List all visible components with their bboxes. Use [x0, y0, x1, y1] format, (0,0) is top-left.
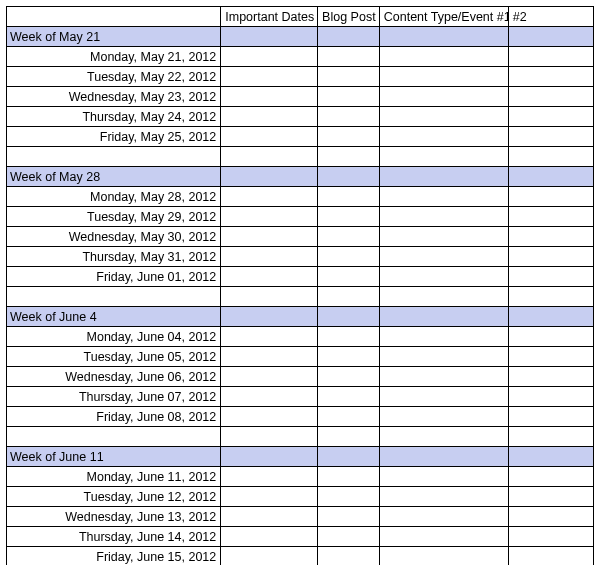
- date-cell[interactable]: [508, 207, 593, 227]
- date-row: Tuesday, May 22, 2012: [7, 67, 594, 87]
- spacer-cell: [379, 287, 508, 307]
- date-cell[interactable]: [221, 187, 318, 207]
- date-cell[interactable]: [221, 347, 318, 367]
- date-cell[interactable]: [221, 367, 318, 387]
- date-cell[interactable]: [221, 107, 318, 127]
- date-cell[interactable]: [508, 247, 593, 267]
- date-cell[interactable]: [318, 547, 380, 566]
- date-cell[interactable]: [318, 107, 380, 127]
- date-cell[interactable]: [221, 327, 318, 347]
- date-cell[interactable]: [318, 407, 380, 427]
- date-row: Monday, June 04, 2012: [7, 327, 594, 347]
- week-cell: [508, 27, 593, 47]
- date-cell[interactable]: [221, 127, 318, 147]
- date-row: Tuesday, June 05, 2012: [7, 347, 594, 367]
- date-cell[interactable]: [508, 47, 593, 67]
- date-cell[interactable]: [379, 507, 508, 527]
- week-title: Week of May 21: [7, 27, 221, 47]
- date-cell[interactable]: [221, 407, 318, 427]
- date-cell[interactable]: [508, 187, 593, 207]
- date-cell[interactable]: [318, 347, 380, 367]
- date-cell[interactable]: [318, 207, 380, 227]
- date-cell[interactable]: [508, 347, 593, 367]
- date-cell[interactable]: [318, 467, 380, 487]
- date-cell[interactable]: [221, 467, 318, 487]
- date-cell[interactable]: [379, 187, 508, 207]
- date-cell[interactable]: [318, 507, 380, 527]
- date-cell[interactable]: [379, 347, 508, 367]
- date-cell[interactable]: [379, 527, 508, 547]
- spacer-cell: [508, 147, 593, 167]
- date-cell[interactable]: [318, 247, 380, 267]
- date-cell[interactable]: [221, 67, 318, 87]
- date-cell[interactable]: [318, 327, 380, 347]
- date-cell[interactable]: [508, 507, 593, 527]
- date-cell[interactable]: [318, 47, 380, 67]
- date-cell[interactable]: [318, 267, 380, 287]
- date-cell[interactable]: [221, 507, 318, 527]
- date-cell[interactable]: [221, 47, 318, 67]
- date-cell[interactable]: [508, 127, 593, 147]
- date-cell[interactable]: [508, 387, 593, 407]
- date-cell[interactable]: [221, 387, 318, 407]
- date-cell[interactable]: [379, 267, 508, 287]
- date-cell[interactable]: [379, 67, 508, 87]
- date-cell[interactable]: [508, 467, 593, 487]
- date-cell[interactable]: [508, 367, 593, 387]
- date-label: Wednesday, May 23, 2012: [7, 87, 221, 107]
- date-cell[interactable]: [508, 67, 593, 87]
- date-cell[interactable]: [379, 87, 508, 107]
- date-cell[interactable]: [508, 87, 593, 107]
- date-cell[interactable]: [379, 47, 508, 67]
- date-cell[interactable]: [379, 207, 508, 227]
- date-cell[interactable]: [379, 407, 508, 427]
- date-cell[interactable]: [318, 227, 380, 247]
- date-cell[interactable]: [379, 467, 508, 487]
- date-cell[interactable]: [508, 527, 593, 547]
- date-cell[interactable]: [318, 187, 380, 207]
- date-cell[interactable]: [221, 547, 318, 566]
- date-cell[interactable]: [508, 227, 593, 247]
- date-cell[interactable]: [379, 127, 508, 147]
- date-cell[interactable]: [379, 367, 508, 387]
- date-cell[interactable]: [508, 107, 593, 127]
- spacer-row: [7, 427, 594, 447]
- spacer-row: [7, 287, 594, 307]
- date-cell[interactable]: [379, 547, 508, 566]
- date-cell[interactable]: [508, 327, 593, 347]
- date-cell[interactable]: [379, 327, 508, 347]
- date-cell[interactable]: [221, 247, 318, 267]
- date-cell[interactable]: [379, 487, 508, 507]
- date-cell[interactable]: [318, 127, 380, 147]
- spacer-cell: [221, 287, 318, 307]
- date-cell[interactable]: [318, 87, 380, 107]
- date-cell[interactable]: [318, 387, 380, 407]
- date-cell[interactable]: [221, 207, 318, 227]
- week-cell: [379, 447, 508, 467]
- date-cell[interactable]: [221, 227, 318, 247]
- date-cell[interactable]: [379, 107, 508, 127]
- spacer-cell: [508, 287, 593, 307]
- date-cell[interactable]: [221, 267, 318, 287]
- week-cell: [508, 447, 593, 467]
- date-cell[interactable]: [221, 87, 318, 107]
- date-cell[interactable]: [379, 227, 508, 247]
- header-number-2: #2: [508, 7, 593, 27]
- date-cell[interactable]: [508, 407, 593, 427]
- date-cell[interactable]: [379, 387, 508, 407]
- date-cell[interactable]: [221, 487, 318, 507]
- week-cell: [318, 167, 380, 187]
- date-cell[interactable]: [508, 547, 593, 566]
- week-row: Week of May 21: [7, 27, 594, 47]
- week-cell: [221, 167, 318, 187]
- date-cell[interactable]: [318, 367, 380, 387]
- date-cell[interactable]: [221, 527, 318, 547]
- date-cell[interactable]: [508, 267, 593, 287]
- week-title: Week of May 28: [7, 167, 221, 187]
- date-cell[interactable]: [318, 67, 380, 87]
- date-cell[interactable]: [379, 247, 508, 267]
- date-cell[interactable]: [318, 487, 380, 507]
- spacer-cell: [318, 147, 380, 167]
- date-cell[interactable]: [318, 527, 380, 547]
- date-cell[interactable]: [508, 487, 593, 507]
